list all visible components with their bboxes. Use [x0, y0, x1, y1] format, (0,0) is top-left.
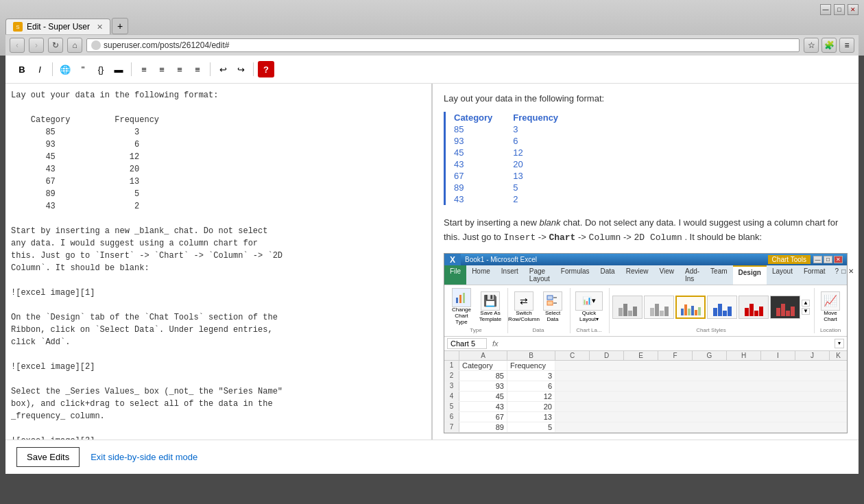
- cell-B6[interactable]: 13: [507, 412, 555, 422]
- excel-tab-addins[interactable]: Add-Ins: [680, 265, 705, 285]
- col-header-H: H: [727, 351, 761, 360]
- exit-side-by-side-link[interactable]: Exit side-by-side edit mode: [91, 452, 197, 462]
- cell-A4[interactable]: 45: [459, 392, 507, 401]
- extensions-icon[interactable]: 🧩: [821, 38, 837, 53]
- col-header-I: I: [761, 351, 795, 360]
- undo-button[interactable]: ↩: [215, 61, 231, 77]
- table-cell: 13: [513, 170, 579, 182]
- image-button[interactable]: ▬: [110, 61, 127, 77]
- excel-tab-home[interactable]: Home: [466, 265, 496, 285]
- cell-A2[interactable]: 85: [459, 371, 507, 381]
- excel-tab-review[interactable]: Review: [621, 265, 654, 285]
- excel-tab-design[interactable]: Design: [733, 265, 767, 285]
- excel-tab-data[interactable]: Data: [595, 265, 621, 285]
- cell-A1[interactable]: Category: [459, 361, 507, 370]
- cell-B3[interactable]: 6: [507, 381, 555, 391]
- chart-style-6[interactable]: [770, 296, 800, 319]
- chart-style-5[interactable]: [739, 296, 769, 319]
- refresh-button[interactable]: ↻: [48, 38, 63, 53]
- close-button[interactable]: ✕: [848, 4, 859, 15]
- unordered-list-button[interactable]: ≡: [154, 61, 170, 77]
- maximize-button[interactable]: □: [834, 4, 845, 15]
- preview-intro: Lay out your data in the following forma…: [444, 92, 848, 106]
- chart-style-4[interactable]: [707, 296, 737, 319]
- change-chart-type-btn[interactable]: ChangeChart Type: [448, 288, 475, 325]
- cell-A3[interactable]: 93: [459, 381, 507, 391]
- address-bar[interactable]: superuser.com/posts/261204/edit#: [86, 38, 800, 52]
- link-button[interactable]: 🌐: [57, 61, 73, 77]
- excel-expand-icon[interactable]: □: [841, 267, 845, 283]
- chart-style-down[interactable]: ▼: [802, 308, 810, 315]
- excel-tab-insert[interactable]: Insert: [496, 265, 524, 285]
- blockquote-button[interactable]: ": [75, 61, 91, 77]
- minimize-button[interactable]: —: [820, 4, 831, 15]
- chart-style-up[interactable]: ▲: [802, 300, 810, 307]
- excel-maximize[interactable]: □: [824, 256, 832, 263]
- excel-tab-layout[interactable]: Layout: [767, 265, 798, 285]
- excel-close-ribbon-icon[interactable]: ✕: [848, 267, 854, 283]
- help-button[interactable]: ?: [258, 61, 274, 77]
- chart-style-2[interactable]: [644, 296, 674, 319]
- table-row: 936: [454, 135, 579, 147]
- save-as-template-btn[interactable]: 💾 Save AsTemplate: [477, 291, 503, 323]
- cell-B5[interactable]: 20: [507, 402, 555, 411]
- forward-button[interactable]: ›: [29, 38, 44, 53]
- active-tab[interactable]: S Edit - Super User ✕: [5, 19, 110, 34]
- formula-bar-expand[interactable]: ▾: [835, 339, 844, 348]
- cell-A5[interactable]: 43: [459, 402, 507, 411]
- col-header-J: J: [795, 351, 830, 360]
- excel-minimize[interactable]: —: [813, 256, 822, 263]
- col-header-K: K: [830, 351, 847, 360]
- cell-A6[interactable]: 67: [459, 412, 507, 422]
- ordered-list-button[interactable]: ≡: [136, 61, 152, 77]
- chart-name-box[interactable]: [447, 338, 487, 349]
- excel-tab-pagelayout[interactable]: Page Layout: [524, 265, 555, 285]
- table-row: 4320: [454, 158, 579, 170]
- svg-rect-2: [463, 293, 465, 303]
- switch-row-column-btn[interactable]: ⇄ SwitchRow/Column: [511, 291, 537, 323]
- cell-B4[interactable]: 12: [507, 392, 555, 401]
- table-cell: 12: [513, 147, 579, 158]
- bold-button[interactable]: B: [14, 61, 30, 77]
- code-chart: Chart: [549, 232, 575, 243]
- italic-button[interactable]: I: [32, 61, 48, 77]
- cell-B1[interactable]: Frequency: [507, 361, 555, 370]
- excel-tab-format[interactable]: Format: [798, 265, 831, 285]
- toolbar-divider-1: [52, 62, 53, 76]
- edit-textarea[interactable]: Lay out your data in the following forma…: [5, 84, 431, 440]
- preview-table: Category Frequency 853 936 4512 4320 671…: [444, 112, 848, 205]
- table-header-frequency: Frequency: [513, 112, 579, 123]
- quick-layout-btn[interactable]: 📊▾ QuickLayout▾: [573, 291, 605, 323]
- excel-row-3: 3 93 6: [444, 381, 847, 392]
- row-num-5: 5: [444, 402, 459, 411]
- back-button[interactable]: ‹: [10, 38, 25, 53]
- excel-close[interactable]: ✕: [834, 256, 843, 263]
- outdent-button[interactable]: ≡: [189, 61, 206, 77]
- move-chart-btn[interactable]: 📈 MoveChart: [817, 291, 843, 323]
- excel-tab-file[interactable]: File: [444, 265, 466, 285]
- redo-button[interactable]: ↪: [232, 61, 249, 77]
- indent-button[interactable]: ≡: [171, 61, 188, 77]
- menu-icon[interactable]: ≡: [839, 38, 854, 53]
- table-header-category: Category: [454, 112, 513, 123]
- chart-style-3-selected[interactable]: [675, 296, 706, 319]
- excel-tab-team[interactable]: Team: [705, 265, 732, 285]
- tab-close-icon[interactable]: ✕: [97, 23, 103, 32]
- new-tab-button[interactable]: +: [112, 18, 128, 34]
- table-cell: 43: [454, 158, 513, 170]
- cell-A7[interactable]: 89: [459, 422, 507, 432]
- excel-help-icon[interactable]: ?: [835, 267, 839, 283]
- code-button[interactable]: {}: [93, 61, 109, 77]
- chart-style-1[interactable]: [612, 296, 643, 319]
- select-data-btn[interactable]: SelectData: [540, 291, 566, 323]
- table-row: 4512: [454, 147, 579, 158]
- row-header-corner: [444, 351, 459, 360]
- cell-B7[interactable]: 5: [507, 422, 555, 432]
- excel-tab-formulas[interactable]: Formulas: [555, 265, 595, 285]
- bookmark-icon[interactable]: ☆: [804, 38, 819, 53]
- cell-B2[interactable]: 3: [507, 371, 555, 381]
- edit-panel: Lay out your data in the following forma…: [5, 84, 433, 440]
- excel-tab-view[interactable]: View: [653, 265, 680, 285]
- home-button[interactable]: ⌂: [67, 38, 82, 53]
- save-edits-button[interactable]: Save Edits: [16, 447, 80, 467]
